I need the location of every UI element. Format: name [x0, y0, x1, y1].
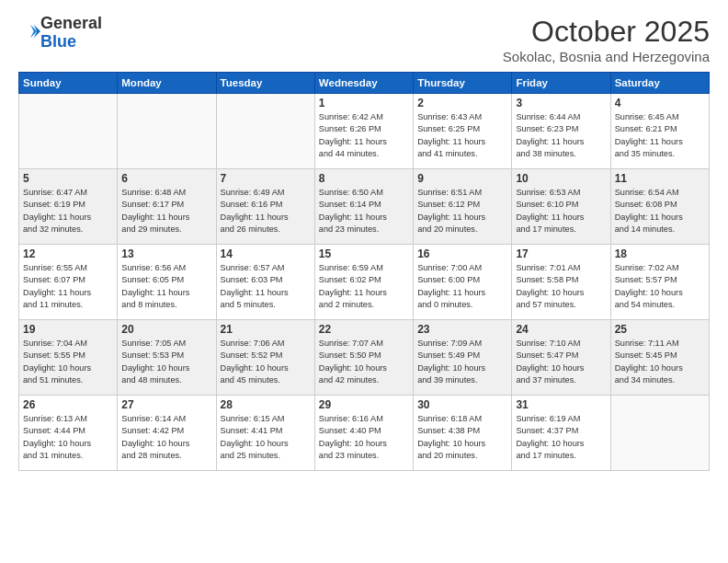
cell-text: Sunrise: 7:10 AM Sunset: 5:47 PM Dayligh… — [516, 338, 606, 386]
day-number: 2 — [417, 97, 507, 109]
calendar-cell: 1Sunrise: 6:42 AM Sunset: 6:26 PM Daylig… — [314, 94, 413, 169]
day-number: 23 — [417, 323, 507, 336]
day-number: 18 — [615, 247, 705, 260]
week-row-5: 26Sunrise: 6:13 AM Sunset: 4:44 PM Dayli… — [19, 396, 710, 471]
calendar: SundayMondayTuesdayWednesdayThursdayFrid… — [18, 72, 710, 471]
day-number: 27 — [121, 398, 211, 411]
weekday-monday: Monday — [118, 73, 216, 94]
cell-text: Sunrise: 6:45 AM Sunset: 6:21 PM Dayligh… — [615, 111, 705, 160]
cell-text: Sunrise: 6:50 AM Sunset: 6:14 PM Dayligh… — [319, 187, 409, 236]
day-number: 4 — [615, 97, 705, 109]
weekday-sunday: Sunday — [19, 73, 118, 94]
calendar-cell: 6Sunrise: 6:48 AM Sunset: 6:17 PM Daylig… — [118, 169, 216, 245]
cell-text: Sunrise: 6:49 AM Sunset: 6:16 PM Dayligh… — [221, 187, 311, 236]
day-number: 16 — [417, 247, 507, 260]
cell-text: Sunrise: 6:15 AM Sunset: 4:41 PM Dayligh… — [221, 413, 311, 462]
weekday-saturday: Saturday — [610, 73, 709, 94]
calendar-cell: 8Sunrise: 6:50 AM Sunset: 6:14 PM Daylig… — [314, 169, 413, 245]
cell-text: Sunrise: 6:42 AM Sunset: 6:26 PM Dayligh… — [319, 111, 409, 160]
cell-text: Sunrise: 7:02 AM Sunset: 5:57 PM Dayligh… — [615, 262, 705, 311]
cell-text: Sunrise: 7:00 AM Sunset: 6:00 PM Dayligh… — [417, 262, 507, 311]
day-number: 19 — [23, 323, 113, 336]
day-number: 1 — [319, 97, 409, 109]
cell-text: Sunrise: 6:18 AM Sunset: 4:38 PM Dayligh… — [417, 413, 507, 462]
title-block: October 2025 Sokolac, Bosnia and Herzego… — [503, 15, 710, 64]
cell-text: Sunrise: 7:01 AM Sunset: 5:58 PM Dayligh… — [516, 262, 606, 311]
calendar-cell: 17Sunrise: 7:01 AM Sunset: 5:58 PM Dayli… — [512, 245, 610, 320]
calendar-cell: 9Sunrise: 6:51 AM Sunset: 6:12 PM Daylig… — [414, 169, 512, 245]
logo-blue: Blue — [40, 32, 76, 51]
calendar-cell: 19Sunrise: 7:04 AM Sunset: 5:55 PM Dayli… — [19, 320, 118, 396]
cell-text: Sunrise: 6:53 AM Sunset: 6:10 PM Dayligh… — [516, 187, 606, 236]
calendar-cell: 30Sunrise: 6:18 AM Sunset: 4:38 PM Dayli… — [414, 396, 512, 471]
calendar-cell: 5Sunrise: 6:47 AM Sunset: 6:19 PM Daylig… — [19, 169, 118, 245]
calendar-cell: 18Sunrise: 7:02 AM Sunset: 5:57 PM Dayli… — [610, 245, 709, 320]
week-row-1: 1Sunrise: 6:42 AM Sunset: 6:26 PM Daylig… — [19, 94, 710, 169]
calendar-cell: 2Sunrise: 6:43 AM Sunset: 6:25 PM Daylig… — [414, 94, 512, 169]
calendar-cell — [19, 94, 118, 169]
calendar-cell — [216, 94, 314, 169]
day-number: 24 — [516, 323, 606, 336]
calendar-cell: 23Sunrise: 7:09 AM Sunset: 5:49 PM Dayli… — [414, 320, 512, 396]
day-number: 7 — [221, 172, 311, 185]
cell-text: Sunrise: 6:55 AM Sunset: 6:07 PM Dayligh… — [23, 262, 113, 311]
week-row-4: 19Sunrise: 7:04 AM Sunset: 5:55 PM Dayli… — [19, 320, 710, 396]
day-number: 30 — [417, 398, 507, 411]
day-number: 20 — [121, 323, 211, 336]
cell-text: Sunrise: 6:59 AM Sunset: 6:02 PM Dayligh… — [319, 262, 409, 311]
calendar-cell: 20Sunrise: 7:05 AM Sunset: 5:53 PM Dayli… — [118, 320, 216, 396]
day-number: 3 — [516, 97, 606, 109]
week-row-3: 12Sunrise: 6:55 AM Sunset: 6:07 PM Dayli… — [19, 245, 710, 320]
cell-text: Sunrise: 6:51 AM Sunset: 6:12 PM Dayligh… — [417, 187, 507, 236]
logo: General Blue — [18, 15, 102, 52]
day-number: 5 — [23, 172, 113, 185]
day-number: 15 — [319, 247, 409, 260]
day-number: 6 — [121, 172, 211, 185]
cell-text: Sunrise: 7:07 AM Sunset: 5:50 PM Dayligh… — [319, 338, 409, 386]
calendar-cell: 10Sunrise: 6:53 AM Sunset: 6:10 PM Dayli… — [512, 169, 610, 245]
day-number: 28 — [221, 398, 311, 411]
day-number: 22 — [319, 323, 409, 336]
calendar-cell: 28Sunrise: 6:15 AM Sunset: 4:41 PM Dayli… — [216, 396, 314, 471]
calendar-cell: 26Sunrise: 6:13 AM Sunset: 4:44 PM Dayli… — [19, 396, 118, 471]
day-number: 12 — [23, 247, 113, 260]
cell-text: Sunrise: 7:06 AM Sunset: 5:52 PM Dayligh… — [221, 338, 311, 386]
day-number: 21 — [221, 323, 311, 336]
cell-text: Sunrise: 6:14 AM Sunset: 4:42 PM Dayligh… — [121, 413, 211, 462]
day-number: 31 — [516, 398, 606, 411]
day-number: 9 — [417, 172, 507, 185]
calendar-cell: 13Sunrise: 6:56 AM Sunset: 6:05 PM Dayli… — [118, 245, 216, 320]
day-number: 13 — [121, 247, 211, 260]
day-number: 10 — [516, 172, 606, 185]
cell-text: Sunrise: 7:04 AM Sunset: 5:55 PM Dayligh… — [23, 338, 113, 386]
cell-text: Sunrise: 6:13 AM Sunset: 4:44 PM Dayligh… — [23, 413, 113, 462]
weekday-header-row: SundayMondayTuesdayWednesdayThursdayFrid… — [19, 73, 710, 94]
calendar-cell: 21Sunrise: 7:06 AM Sunset: 5:52 PM Dayli… — [216, 320, 314, 396]
calendar-cell: 29Sunrise: 6:16 AM Sunset: 4:40 PM Dayli… — [314, 396, 413, 471]
cell-text: Sunrise: 6:56 AM Sunset: 6:05 PM Dayligh… — [121, 262, 211, 311]
cell-text: Sunrise: 6:57 AM Sunset: 6:03 PM Dayligh… — [221, 262, 311, 311]
calendar-cell: 15Sunrise: 6:59 AM Sunset: 6:02 PM Dayli… — [314, 245, 413, 320]
calendar-cell: 12Sunrise: 6:55 AM Sunset: 6:07 PM Dayli… — [19, 245, 118, 320]
day-number: 29 — [319, 398, 409, 411]
day-number: 14 — [221, 247, 311, 260]
weekday-tuesday: Tuesday — [216, 73, 314, 94]
calendar-cell: 25Sunrise: 7:11 AM Sunset: 5:45 PM Dayli… — [610, 320, 709, 396]
day-number: 8 — [319, 172, 409, 185]
logo-general: General — [40, 14, 102, 32]
calendar-cell: 14Sunrise: 6:57 AM Sunset: 6:03 PM Dayli… — [216, 245, 314, 320]
day-number: 17 — [516, 247, 606, 260]
day-number: 26 — [23, 398, 113, 411]
month-title: October 2025 — [503, 15, 710, 49]
logo-icon — [20, 23, 40, 40]
cell-text: Sunrise: 6:16 AM Sunset: 4:40 PM Dayligh… — [319, 413, 409, 462]
day-number: 25 — [615, 323, 705, 336]
calendar-cell: 31Sunrise: 6:19 AM Sunset: 4:37 PM Dayli… — [512, 396, 610, 471]
calendar-cell: 3Sunrise: 6:44 AM Sunset: 6:23 PM Daylig… — [512, 94, 610, 169]
logo-text: General Blue — [40, 15, 102, 52]
calendar-cell: 11Sunrise: 6:54 AM Sunset: 6:08 PM Dayli… — [610, 169, 709, 245]
cell-text: Sunrise: 6:54 AM Sunset: 6:08 PM Dayligh… — [615, 187, 705, 236]
cell-text: Sunrise: 6:19 AM Sunset: 4:37 PM Dayligh… — [516, 413, 606, 462]
cell-text: Sunrise: 7:09 AM Sunset: 5:49 PM Dayligh… — [417, 338, 507, 386]
calendar-cell — [610, 396, 709, 471]
